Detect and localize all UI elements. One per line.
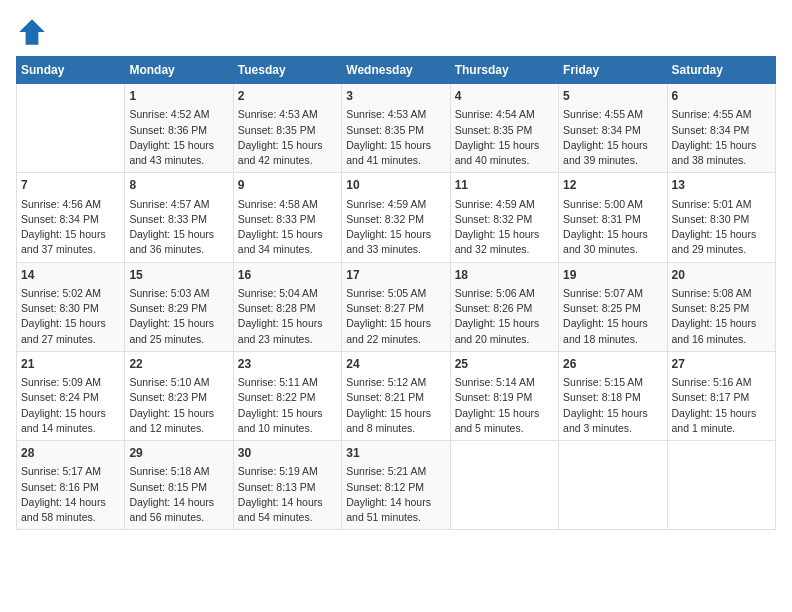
day-info-line: and 54 minutes.	[238, 510, 337, 525]
day-info-line: and 42 minutes.	[238, 153, 337, 168]
day-info-line: Sunrise: 5:02 AM	[21, 286, 120, 301]
header-row: SundayMondayTuesdayWednesdayThursdayFrid…	[17, 57, 776, 84]
day-info-line: Sunset: 8:16 PM	[21, 480, 120, 495]
day-number: 5	[563, 88, 662, 105]
day-info-line: and 41 minutes.	[346, 153, 445, 168]
day-number: 15	[129, 267, 228, 284]
day-info-line: Sunset: 8:35 PM	[455, 123, 554, 138]
day-info-line: Sunset: 8:35 PM	[346, 123, 445, 138]
day-number: 23	[238, 356, 337, 373]
day-cell-24: 24Sunrise: 5:12 AMSunset: 8:21 PMDayligh…	[342, 351, 450, 440]
day-info-line: Daylight: 15 hours	[563, 138, 662, 153]
day-info-line: Daylight: 15 hours	[129, 406, 228, 421]
day-number: 6	[672, 88, 771, 105]
calendar-row-4: 21Sunrise: 5:09 AMSunset: 8:24 PMDayligh…	[17, 351, 776, 440]
day-cell-9: 9Sunrise: 4:58 AMSunset: 8:33 PMDaylight…	[233, 173, 341, 262]
calendar-body: 1Sunrise: 4:52 AMSunset: 8:36 PMDaylight…	[17, 84, 776, 530]
day-info-line: Daylight: 15 hours	[346, 406, 445, 421]
day-info-line: Daylight: 15 hours	[129, 227, 228, 242]
day-info-line: Sunset: 8:32 PM	[346, 212, 445, 227]
day-info-line: Sunset: 8:19 PM	[455, 390, 554, 405]
day-info-line: and 34 minutes.	[238, 242, 337, 257]
day-cell-30: 30Sunrise: 5:19 AMSunset: 8:13 PMDayligh…	[233, 441, 341, 530]
day-info-line: Sunrise: 5:07 AM	[563, 286, 662, 301]
day-number: 10	[346, 177, 445, 194]
day-cell-22: 22Sunrise: 5:10 AMSunset: 8:23 PMDayligh…	[125, 351, 233, 440]
day-info-line: Sunset: 8:34 PM	[563, 123, 662, 138]
day-cell-14: 14Sunrise: 5:02 AMSunset: 8:30 PMDayligh…	[17, 262, 125, 351]
day-number: 14	[21, 267, 120, 284]
header-day-wednesday: Wednesday	[342, 57, 450, 84]
day-info-line: Sunrise: 5:12 AM	[346, 375, 445, 390]
day-info-line: Sunrise: 5:03 AM	[129, 286, 228, 301]
day-cell-17: 17Sunrise: 5:05 AMSunset: 8:27 PMDayligh…	[342, 262, 450, 351]
day-info-line: Sunset: 8:13 PM	[238, 480, 337, 495]
day-cell-18: 18Sunrise: 5:06 AMSunset: 8:26 PMDayligh…	[450, 262, 558, 351]
day-info-line: Sunrise: 4:57 AM	[129, 197, 228, 212]
calendar-row-1: 1Sunrise: 4:52 AMSunset: 8:36 PMDaylight…	[17, 84, 776, 173]
day-number: 11	[455, 177, 554, 194]
day-info-line: and 39 minutes.	[563, 153, 662, 168]
day-number: 29	[129, 445, 228, 462]
day-info-line: Sunset: 8:27 PM	[346, 301, 445, 316]
page-header	[16, 16, 776, 48]
day-info-line: Daylight: 15 hours	[455, 316, 554, 331]
day-info-line: Sunrise: 5:21 AM	[346, 464, 445, 479]
day-info-line: and 40 minutes.	[455, 153, 554, 168]
day-info-line: Sunrise: 4:53 AM	[346, 107, 445, 122]
day-number: 9	[238, 177, 337, 194]
day-cell-1: 1Sunrise: 4:52 AMSunset: 8:36 PMDaylight…	[125, 84, 233, 173]
day-info-line: Sunrise: 4:54 AM	[455, 107, 554, 122]
day-cell-15: 15Sunrise: 5:03 AMSunset: 8:29 PMDayligh…	[125, 262, 233, 351]
day-info-line: Sunset: 8:33 PM	[238, 212, 337, 227]
day-number: 22	[129, 356, 228, 373]
day-info-line: Sunset: 8:23 PM	[129, 390, 228, 405]
day-cell-26: 26Sunrise: 5:15 AMSunset: 8:18 PMDayligh…	[559, 351, 667, 440]
header-day-monday: Monday	[125, 57, 233, 84]
day-number: 18	[455, 267, 554, 284]
header-day-sunday: Sunday	[17, 57, 125, 84]
day-cell-21: 21Sunrise: 5:09 AMSunset: 8:24 PMDayligh…	[17, 351, 125, 440]
day-cell-10: 10Sunrise: 4:59 AMSunset: 8:32 PMDayligh…	[342, 173, 450, 262]
empty-cell	[667, 441, 775, 530]
day-info-line: and 10 minutes.	[238, 421, 337, 436]
day-info-line: and 5 minutes.	[455, 421, 554, 436]
day-info-line: Sunset: 8:30 PM	[672, 212, 771, 227]
day-info-line: Sunrise: 4:55 AM	[672, 107, 771, 122]
day-info-line: Sunrise: 4:58 AM	[238, 197, 337, 212]
day-info-line: Daylight: 15 hours	[563, 227, 662, 242]
day-info-line: Sunset: 8:30 PM	[21, 301, 120, 316]
calendar-row-5: 28Sunrise: 5:17 AMSunset: 8:16 PMDayligh…	[17, 441, 776, 530]
day-number: 19	[563, 267, 662, 284]
day-info-line: Sunset: 8:22 PM	[238, 390, 337, 405]
day-cell-7: 7Sunrise: 4:56 AMSunset: 8:34 PMDaylight…	[17, 173, 125, 262]
day-info-line: Sunrise: 5:11 AM	[238, 375, 337, 390]
day-info-line: and 36 minutes.	[129, 242, 228, 257]
day-info-line: and 51 minutes.	[346, 510, 445, 525]
day-info-line: and 56 minutes.	[129, 510, 228, 525]
day-info-line: and 1 minute.	[672, 421, 771, 436]
day-info-line: Daylight: 15 hours	[672, 138, 771, 153]
svg-marker-0	[19, 19, 45, 45]
day-cell-6: 6Sunrise: 4:55 AMSunset: 8:34 PMDaylight…	[667, 84, 775, 173]
day-info-line: and 12 minutes.	[129, 421, 228, 436]
day-info-line: Daylight: 15 hours	[346, 316, 445, 331]
day-cell-27: 27Sunrise: 5:16 AMSunset: 8:17 PMDayligh…	[667, 351, 775, 440]
day-number: 17	[346, 267, 445, 284]
day-number: 28	[21, 445, 120, 462]
day-cell-25: 25Sunrise: 5:14 AMSunset: 8:19 PMDayligh…	[450, 351, 558, 440]
day-cell-31: 31Sunrise: 5:21 AMSunset: 8:12 PMDayligh…	[342, 441, 450, 530]
day-number: 16	[238, 267, 337, 284]
day-info-line: Sunrise: 4:56 AM	[21, 197, 120, 212]
day-info-line: Sunrise: 5:19 AM	[238, 464, 337, 479]
day-info-line: Sunset: 8:17 PM	[672, 390, 771, 405]
day-info-line: Daylight: 15 hours	[455, 138, 554, 153]
day-info-line: Daylight: 15 hours	[21, 227, 120, 242]
day-info-line: Sunrise: 4:59 AM	[455, 197, 554, 212]
day-info-line: Sunset: 8:36 PM	[129, 123, 228, 138]
day-info-line: Sunset: 8:34 PM	[672, 123, 771, 138]
logo	[16, 16, 52, 48]
day-cell-20: 20Sunrise: 5:08 AMSunset: 8:25 PMDayligh…	[667, 262, 775, 351]
day-info-line: Sunset: 8:25 PM	[672, 301, 771, 316]
day-info-line: Sunrise: 5:04 AM	[238, 286, 337, 301]
